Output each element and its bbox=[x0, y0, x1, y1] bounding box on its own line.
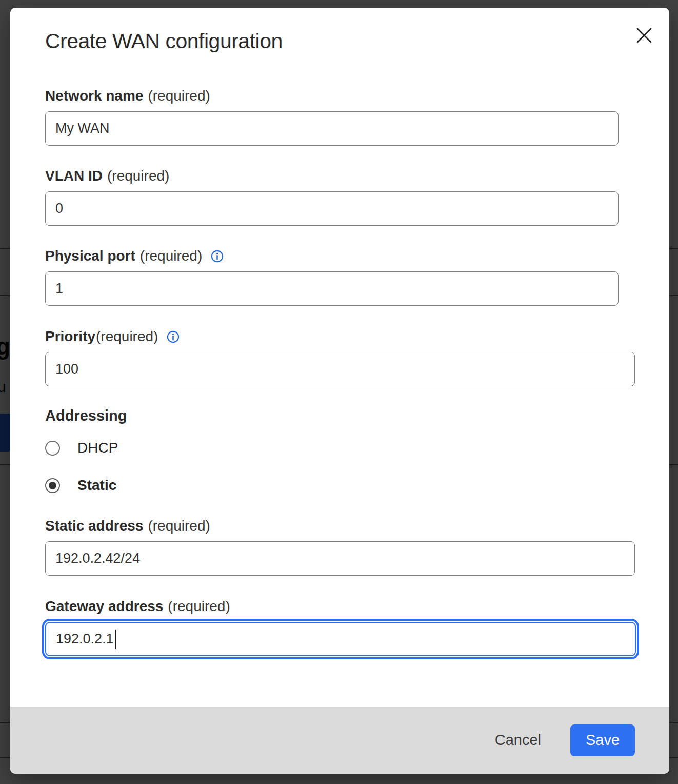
priority-input[interactable] bbox=[45, 352, 635, 386]
static-address-input[interactable] bbox=[45, 541, 635, 576]
field-label: Physical port bbox=[45, 248, 135, 264]
close-button[interactable] bbox=[633, 24, 655, 47]
required-hint: (required) bbox=[148, 88, 210, 104]
radio-option-dhcp[interactable]: DHCP bbox=[45, 440, 118, 456]
field-gateway-address: Gateway address (required) 192.0.2.1 bbox=[45, 598, 636, 656]
gateway-address-value: 192.0.2.1 bbox=[56, 631, 114, 647]
radio-label: DHCP bbox=[77, 440, 118, 456]
required-hint: (required) bbox=[140, 248, 202, 264]
save-button[interactable]: Save bbox=[570, 724, 635, 756]
required-hint: (required) bbox=[168, 598, 230, 615]
text-cursor bbox=[115, 630, 116, 649]
radio-static[interactable] bbox=[45, 478, 60, 493]
close-icon bbox=[635, 27, 653, 44]
addressing-heading: Addressing bbox=[45, 407, 127, 424]
field-static-address: Static address (required) bbox=[45, 518, 635, 576]
physical-port-input[interactable] bbox=[45, 271, 619, 306]
required-hint: (required) bbox=[96, 328, 158, 345]
dialog-footer: Cancel Save bbox=[10, 707, 669, 774]
dialog-title: Create WAN configuration bbox=[45, 29, 283, 53]
vlan-id-input[interactable] bbox=[45, 191, 619, 226]
network-name-input[interactable] bbox=[45, 111, 619, 146]
radio-dhcp[interactable] bbox=[45, 441, 60, 456]
radio-option-static[interactable]: Static bbox=[45, 477, 116, 494]
radio-label: Static bbox=[77, 477, 116, 494]
gateway-address-input[interactable]: 192.0.2.1 bbox=[45, 622, 636, 656]
field-network-name: Network name (required) bbox=[45, 88, 619, 146]
field-label: Gateway address bbox=[45, 598, 163, 615]
required-hint: (required) bbox=[107, 168, 169, 184]
field-physical-port: Physical port (required) bbox=[45, 248, 619, 306]
priority-info-icon[interactable] bbox=[167, 330, 180, 343]
cancel-button[interactable]: Cancel bbox=[495, 732, 541, 749]
physical-port-info-icon[interactable] bbox=[211, 250, 224, 263]
field-label: Priority bbox=[45, 328, 95, 345]
field-label: VLAN ID bbox=[45, 168, 103, 184]
required-hint: (required) bbox=[148, 518, 210, 534]
field-priority: Priority (required) bbox=[45, 328, 635, 386]
field-vlan-id: VLAN ID (required) bbox=[45, 168, 619, 226]
field-label: Static address bbox=[45, 518, 143, 534]
field-label: Network name bbox=[45, 88, 143, 104]
radio-selected-dot bbox=[49, 482, 56, 489]
create-wan-configuration-dialog: Create WAN configuration Network name (r… bbox=[10, 8, 669, 774]
